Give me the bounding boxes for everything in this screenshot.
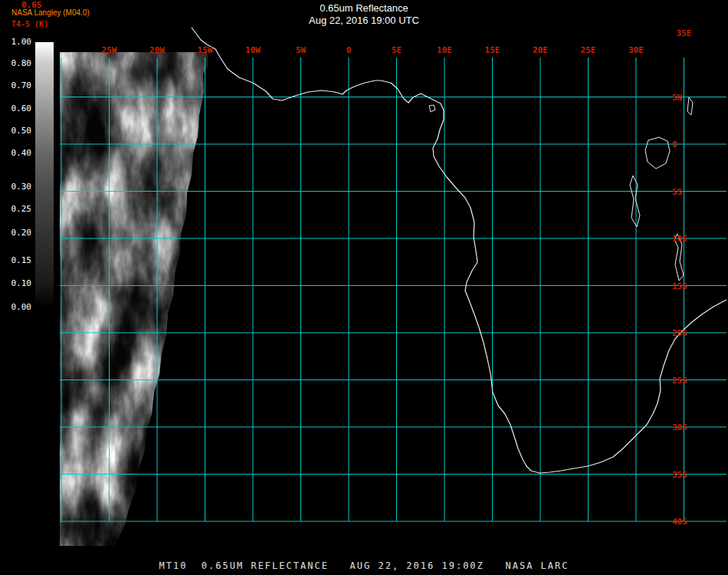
lat-label-10S: 10S (672, 234, 687, 244)
satellite-swath (60, 46, 215, 547)
colorbar-tick-0.10: 0.10 (0, 279, 31, 288)
lon-label-15E: 15E (485, 45, 500, 55)
lake-turkana-outline (687, 97, 693, 115)
lat-label-5S: 5S (672, 187, 682, 197)
lon-label-30E: 30E (628, 45, 644, 55)
lon-label-5W: 5W (296, 45, 307, 55)
lon-label-5E: 5E (392, 45, 402, 55)
colorbar-tick-0.25: 0.25 (0, 205, 31, 214)
colorbar-tick-0.20: 0.20 (0, 228, 31, 238)
lat-label-40S: 40S (672, 517, 687, 527)
africa-coastline (192, 28, 726, 473)
map-canvas: 25W20W15W10W5W05E10E15E20E25E30E35E5N05S… (0, 0, 728, 575)
colorbar-gradient (35, 42, 54, 307)
lon-label-10W: 10W (245, 45, 261, 55)
lake-victoria-outline (645, 137, 670, 169)
colorbar-tick-0.40: 0.40 (0, 149, 31, 158)
colorbar-tick-0.60: 0.60 (0, 104, 31, 113)
colorbar-tick-0.70: 0.70 (0, 81, 31, 90)
colorbar-tick-0.30: 0.30 (0, 182, 31, 192)
swath-cloud-texture (60, 46, 215, 547)
lat-label-0: 0 (672, 140, 677, 150)
colorbar-tick-0.50: 0.50 (0, 127, 31, 136)
lat-label-35S: 35S (672, 470, 687, 480)
image-title: 0.65um Reflectance (0, 2, 728, 15)
lon-label-25W: 25W (102, 45, 117, 55)
lat-label-5N: 5N (672, 93, 682, 103)
image-subtitle: Aug 22, 2016 19:00 UTC (0, 15, 728, 27)
colorbar-tick-0.15: 0.15 (0, 256, 31, 265)
satellite-image-viewer: 25W20W15W10W5W05E10E15E20E25E30E35E5N05S… (0, 0, 728, 575)
lon-label-20W: 20W (149, 45, 165, 55)
lake-tanganyika-outline (630, 176, 640, 227)
lon-label-10E: 10E (437, 45, 452, 55)
colorbar-tick-0.80: 0.80 (0, 59, 31, 68)
coastlines (192, 28, 726, 473)
lon-label-15W: 15W (198, 45, 213, 55)
lat-label-15S: 15S (672, 281, 687, 291)
lon-label-20E: 20E (533, 45, 548, 55)
footer-caption: MT10 0.65UM REFLECTANCE AUG 22, 2016 19:… (0, 560, 728, 571)
lon-label-25E: 25E (581, 45, 596, 55)
bioko-island-outline (429, 105, 435, 112)
colorbar-tick-1.00: 1.00 (0, 38, 31, 47)
colorbar-tick-0.00: 0.00 (0, 303, 31, 312)
lat-label-30S: 30S (672, 422, 687, 432)
lon-label-0: 0 (346, 45, 352, 55)
t45-label: T4-5 (K) (11, 20, 48, 28)
lat-label-25S: 25S (672, 376, 687, 386)
source-label: NASA Langley (M04.0) (11, 8, 90, 17)
lon-label-35E: 35E (677, 28, 692, 38)
lat-label-20S: 20S (672, 328, 687, 338)
